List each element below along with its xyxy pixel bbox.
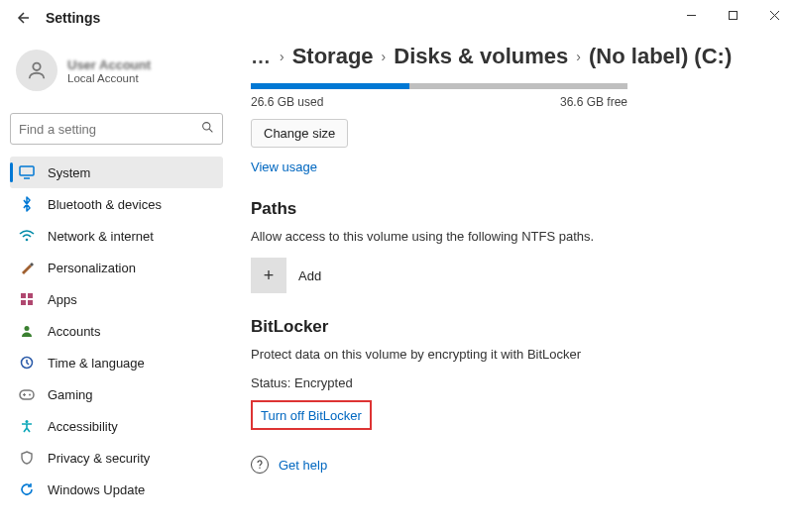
sidebar-item-label: Bluetooth & devices [48,197,162,212]
sidebar-item-label: System [48,165,90,180]
sidebar-item-label: Windows Update [48,482,145,497]
svg-point-19 [259,468,260,469]
svg-rect-7 [20,166,34,175]
plus-icon[interactable]: + [251,258,286,293]
sidebar-item-label: Accessibility [48,419,118,434]
svg-point-5 [203,123,210,130]
get-help-link[interactable]: Get help [279,458,327,473]
search-box[interactable] [10,113,223,145]
sidebar-item-label: Accounts [48,324,100,339]
account-block[interactable]: User Account Local Account [10,50,223,91]
sidebar-item-label: Time & language [48,356,145,371]
svg-line-6 [209,129,212,132]
shield-icon [18,449,36,467]
window-controls [670,0,795,30]
sidebar-item-gaming[interactable]: Gaming [10,378,223,410]
accessibility-icon [18,417,36,435]
sidebar-item-network[interactable]: Network & internet [10,220,223,252]
sidebar: User Account Local Account System Blueto… [0,36,233,532]
search-icon [201,121,214,137]
sidebar-item-privacy[interactable]: Privacy & security [10,442,223,474]
body: User Account Local Account System Blueto… [0,36,795,532]
svg-point-9 [26,239,29,242]
maximize-button[interactable] [712,0,753,30]
chevron-right-icon: › [576,49,581,64]
person-icon [26,59,48,81]
sidebar-item-label: Apps [48,292,77,307]
storage-free-label: 36.6 GB free [560,95,627,109]
svg-point-17 [29,393,31,395]
back-button[interactable] [8,4,36,32]
sidebar-item-system[interactable]: System [10,157,223,188]
storage-usage-labels: 26.6 GB used 36.6 GB free [251,95,627,109]
bluetooth-icon [18,195,36,213]
add-path-row[interactable]: + Add [251,258,767,293]
breadcrumb-disks[interactable]: Disks & volumes [394,44,568,69]
turn-off-bitlocker-link[interactable]: Turn off BitLocker [261,408,362,423]
account-name: User Account [67,57,151,72]
storage-used-label: 26.6 GB used [251,95,323,109]
window-title: Settings [46,10,100,26]
system-icon [18,163,36,181]
breadcrumb-storage[interactable]: Storage [292,44,374,69]
svg-rect-11 [28,293,33,298]
breadcrumb: … › Storage › Disks & volumes › (No labe… [251,44,767,69]
change-size-button[interactable]: Change size [251,119,348,148]
bitlocker-heading: BitLocker [251,317,767,337]
bitlocker-status: Status: Encrypted [251,375,767,390]
account-subtitle: Local Account [67,72,151,84]
close-icon [769,10,780,21]
apps-icon [18,290,36,308]
storage-usage-bar [251,83,627,89]
chevron-right-icon: › [280,49,284,64]
help-icon [251,456,269,474]
settings-window: Settings User Account Local Account [0,0,795,532]
breadcrumb-current: (No label) (C:) [589,44,732,69]
turn-off-bitlocker-highlight: Turn off BitLocker [251,400,372,430]
sidebar-item-accessibility[interactable]: Accessibility [10,410,223,442]
sidebar-item-accounts[interactable]: Accounts [10,315,223,347]
minimize-button[interactable] [670,0,712,30]
nav-list: System Bluetooth & devices Network & int… [10,157,223,505]
sidebar-item-bluetooth[interactable]: Bluetooth & devices [10,188,223,220]
paths-description: Allow access to this volume using the fo… [251,229,767,244]
account-text: User Account Local Account [67,57,151,84]
view-usage-link[interactable]: View usage [251,160,317,174]
sidebar-item-personalization[interactable]: Personalization [10,252,223,283]
sidebar-item-label: Network & internet [48,229,154,244]
svg-point-4 [33,63,40,70]
svg-rect-13 [28,300,33,305]
sidebar-item-update[interactable]: Windows Update [10,474,223,505]
main-panel: … › Storage › Disks & volumes › (No labe… [233,36,795,532]
update-icon [18,480,36,498]
sidebar-item-label: Personalization [48,261,136,275]
maximize-icon [728,10,738,21]
gaming-icon [18,385,36,403]
avatar [16,50,57,91]
close-button[interactable] [753,0,795,30]
add-path-label: Add [298,268,321,283]
sidebar-item-time[interactable]: Time & language [10,347,223,378]
clock-icon [18,354,36,372]
breadcrumb-overflow[interactable]: … [251,46,272,68]
storage-usage-fill [251,83,409,89]
titlebar: Settings [0,0,795,36]
svg-rect-10 [21,293,26,298]
minimize-icon [686,10,697,21]
search-input[interactable] [19,122,201,137]
paint-icon [18,259,36,276]
svg-rect-12 [21,300,26,305]
sidebar-item-apps[interactable]: Apps [10,283,223,315]
chevron-right-icon: › [382,49,387,64]
svg-point-14 [25,326,30,331]
svg-rect-16 [20,390,34,399]
accounts-icon [18,322,36,340]
svg-point-18 [26,420,29,423]
sidebar-item-label: Gaming [48,387,93,402]
svg-rect-1 [729,11,737,19]
wifi-icon [18,227,36,245]
get-help-row[interactable]: Get help [251,456,767,474]
bitlocker-description: Protect data on this volume by encryptin… [251,347,767,362]
paths-heading: Paths [251,199,767,219]
arrow-left-icon [15,11,29,25]
